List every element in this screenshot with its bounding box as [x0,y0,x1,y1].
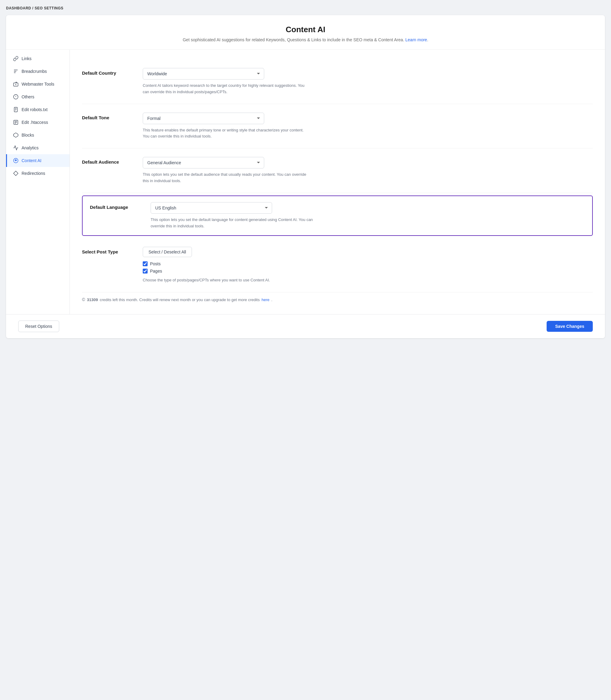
credits-text: credits left this month. Credits will re… [100,298,260,302]
learn-more-link[interactable]: Learn more [405,37,427,42]
sidebar-item-analytics[interactable]: Analytics [6,141,70,154]
default-tone-label: Default Tone [82,112,131,120]
sidebar-label-links: Links [21,56,32,61]
sidebar-item-blocks[interactable]: Blocks [6,129,70,141]
sidebar-item-redirections[interactable]: Redirections [6,167,70,180]
sidebar-label-breadcrumbs: Breadcrumbs [21,69,47,74]
credits-link[interactable]: here [262,298,269,302]
posts-label: Posts [150,261,161,266]
sidebar-item-others[interactable]: Others [6,90,70,103]
sidebar-item-links[interactable]: Links [6,52,70,65]
default-language-desc: This option lets you set the default lan… [151,217,315,229]
default-tone-row: Default Tone Formal Informal Friendly Pr… [82,104,593,149]
sidebar-label-webmaster: Webmaster Tools [21,82,54,87]
robots-icon [13,107,18,112]
breadcrumb-dashboard[interactable]: DASHBOARD [6,6,31,10]
webmaster-icon [13,81,18,87]
main-content: Default Country Worldwide United States … [70,50,605,314]
sidebar: Links Breadcrumbs Webmaster Tools [6,50,70,314]
default-country-row: Default Country Worldwide United States … [82,60,593,104]
posts-checkbox-label[interactable]: Posts [143,261,593,266]
page-title: Content AI [18,25,593,34]
sidebar-item-breadcrumbs[interactable]: Breadcrumbs [6,65,70,78]
default-tone-desc: This feature enables the default primary… [143,127,307,140]
sidebar-item-webmaster[interactable]: Webmaster Tools [6,78,70,90]
breadcrumb-separator: / [32,6,33,10]
default-audience-label: Default Audience [82,157,131,165]
default-tone-control: Formal Informal Friendly Professional Wi… [143,112,593,140]
default-language-control: US English UK English Spanish French Ger… [151,202,585,229]
posts-checkbox[interactable] [143,261,148,266]
sidebar-label-redirections: Redirections [21,171,45,176]
select-post-type-row: Select Post Type Select / Deselect All P… [82,238,593,292]
pages-label: Pages [150,269,162,274]
credits-count: 31309 [87,298,98,302]
default-tone-select[interactable]: Formal Informal Friendly Professional Wi… [143,112,264,124]
select-deselect-button[interactable]: Select / Deselect All [143,247,192,257]
content-ai-icon [13,158,18,163]
main-card: Content AI Get sophisticated AI suggesti… [6,15,605,338]
post-type-desc: Choose the type of posts/pages/CPTs wher… [143,277,307,284]
svg-marker-17 [14,133,18,137]
page-header: Content AI Get sophisticated AI suggesti… [6,15,605,50]
breadcrumb-current: SEO SETTINGS [35,6,63,10]
content-wrapper: Links Breadcrumbs Webmaster Tools [6,50,605,314]
sidebar-label-htaccess: Edit .htaccess [21,120,48,125]
default-language-select[interactable]: US English UK English Spanish French Ger… [151,202,272,214]
htaccess-icon [13,120,18,125]
redirections-icon [13,171,18,176]
blocks-icon [13,132,18,138]
default-audience-control: General Audience Students Professionals … [143,157,593,184]
default-country-desc: Content AI tailors keyword research to t… [143,82,307,95]
sidebar-item-content-ai[interactable]: Content AI [6,154,70,167]
pages-checkbox[interactable] [143,269,148,274]
svg-point-19 [15,160,16,161]
post-type-checkboxes: Posts Pages [143,261,593,274]
sidebar-label-robots: Edit robots.txt [21,107,48,112]
others-icon [13,94,18,100]
svg-point-18 [14,158,18,163]
footer-bar: Reset Options Save Changes [6,314,605,338]
analytics-icon [13,145,18,151]
sidebar-label-content-ai: Content AI [21,158,41,163]
page-description: Get sophisticated AI suggestions for rel… [18,37,593,42]
sidebar-item-htaccess[interactable]: Edit .htaccess [6,116,70,129]
sidebar-label-others: Others [21,94,34,99]
default-country-label: Default Country [82,68,131,76]
default-language-label: Default Language [90,202,138,210]
default-language-row: Default Language US English UK English S… [82,196,593,236]
svg-marker-20 [14,171,18,176]
select-post-type-label: Select Post Type [82,247,131,254]
reset-button[interactable]: Reset Options [18,321,59,332]
credits-row: © 31309 credits left this month. Credits… [82,292,593,304]
default-audience-row: Default Audience General Audience Studen… [82,149,593,193]
breadcrumb: DASHBOARD / SEO SETTINGS [6,6,605,10]
default-country-select[interactable]: Worldwide United States United Kingdom C… [143,68,264,79]
pages-checkbox-label[interactable]: Pages [143,269,593,274]
links-icon [13,56,18,61]
sidebar-label-blocks: Blocks [21,133,34,137]
breadcrumbs-icon [13,69,18,74]
save-button[interactable]: Save Changes [547,321,593,332]
sidebar-label-analytics: Analytics [21,146,39,150]
default-audience-desc: This option lets you set the default aud… [143,171,307,184]
sidebar-item-robots[interactable]: Edit robots.txt [6,103,70,116]
default-country-control: Worldwide United States United Kingdom C… [143,68,593,95]
svg-rect-9 [14,107,18,112]
credits-icon: © [82,297,85,302]
select-post-type-control: Select / Deselect All Posts Pages Choose… [143,247,593,284]
default-audience-select[interactable]: General Audience Students Professionals … [143,157,264,168]
